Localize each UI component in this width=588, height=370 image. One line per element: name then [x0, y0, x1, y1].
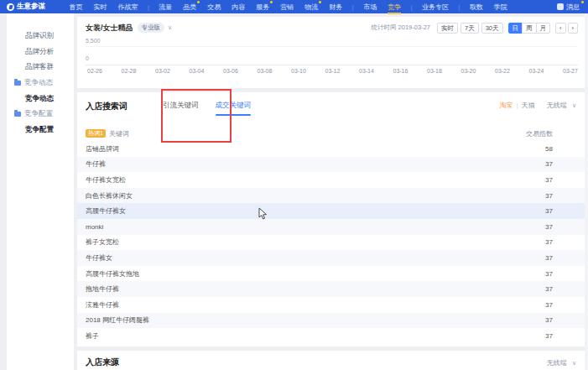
granularity-周[interactable]: 周	[522, 23, 537, 34]
chevron-down-icon: ∨	[572, 360, 576, 366]
next-date-button[interactable]: ›	[568, 23, 579, 34]
version-badge: 专业版	[138, 23, 165, 33]
notification-dot	[581, 1, 584, 3]
search-words-card: 入店搜索词 引流关键词成交关键词 淘宝|天猫 无线端 ∨ 热词1 关键词 交易指…	[77, 92, 585, 347]
value-cell: 37	[545, 176, 553, 184]
table-row[interactable]: 牛仔裤37	[77, 157, 585, 173]
table-row[interactable]: 店铺品牌词58	[77, 141, 585, 157]
navbar-item-作战室[interactable]: 作战室	[118, 3, 138, 12]
chevron-down-icon: ∨	[572, 102, 576, 108]
table-row[interactable]: 裤子37	[77, 328, 585, 344]
table-row[interactable]: 高腰牛仔裤女拖地37	[77, 266, 585, 282]
x-tick-label: 03-16	[393, 68, 408, 74]
range-button-30天[interactable]: 30天	[481, 23, 503, 34]
sidebar-item-竞争动态[interactable]: 竞争动态	[7, 76, 74, 91]
table-row[interactable]: monki37	[77, 219, 585, 235]
keyword-cell: 2018 网红牛仔阔腿裤	[86, 315, 149, 325]
section-title: 入店来源	[86, 357, 119, 368]
granularity-日[interactable]: 日	[508, 23, 523, 34]
navbar-item-交易[interactable]: 交易	[207, 3, 221, 12]
x-tick-label: 03-10	[291, 68, 306, 74]
navbar-item-流量[interactable]: 流量	[159, 3, 172, 12]
keyword-table: 店铺品牌词58牛仔裤37牛仔裤女宽松37白色长裤休闲女37高腰牛仔裤女37mon…	[77, 141, 585, 344]
table-row[interactable]: 高腰牛仔裤女37	[77, 203, 585, 219]
keyword-cell: 店铺品牌词	[86, 144, 119, 154]
app-logo-icon	[7, 3, 14, 11]
x-tick-label: 03-06	[223, 68, 238, 74]
x-axis-line	[86, 65, 578, 65]
sidebar-item-竞争配置[interactable]: 竞争配置	[7, 122, 74, 138]
sidebar-item-竞争动态[interactable]: 竞争动态	[7, 91, 74, 107]
trend-controls: 统计时间 2019-03-27 实时7天30天 日周月 ‹ ›	[372, 23, 578, 34]
folder-icon	[14, 81, 21, 86]
navbar-item-营销[interactable]: 营销	[280, 3, 294, 12]
platform-filter: 淘宝|天猫 无线端 ∨	[500, 101, 576, 110]
navbar-item-品类[interactable]: 品类	[183, 3, 196, 12]
keyword-cell: monki	[86, 223, 103, 231]
x-tick-label: 03-27	[563, 68, 578, 74]
navbar-divider: |	[352, 4, 354, 10]
navbar-user[interactable]: 消息	[557, 3, 580, 12]
table-row[interactable]: 泫雅牛仔裤37	[77, 297, 585, 313]
mouse-cursor	[258, 207, 268, 224]
granularity-segment: 日周月	[508, 23, 551, 34]
table-row[interactable]: 牛仔裤女37	[77, 250, 585, 266]
table-row[interactable]: 白色长裤休闲女37	[77, 188, 585, 204]
granularity-月[interactable]: 月	[536, 23, 551, 34]
navbar-item-首页[interactable]: 首页	[70, 3, 83, 12]
user-label: 消息	[566, 3, 580, 12]
value-cell: 37	[545, 285, 553, 293]
sidebar-item-label: 竞争配置	[25, 125, 54, 135]
navbar-item-财务[interactable]: 财务	[329, 3, 342, 12]
platform-天猫[interactable]: 天猫	[522, 101, 535, 110]
keyword-column-header: 关键词	[109, 129, 129, 138]
table-row[interactable]: 拖地牛仔裤37	[77, 281, 585, 297]
navbar-item-学院[interactable]: 学院	[494, 3, 507, 12]
scrollbar-track[interactable]	[585, 13, 588, 370]
trend-card: 女装/女士精品 专业版 ∨ 统计时间 2019-03-27 实时7天30天 日周…	[77, 17, 585, 88]
platform-淘宝[interactable]: 淘宝	[500, 101, 513, 110]
table-row[interactable]: 裤子女宽松37	[77, 235, 585, 251]
range-button-7天[interactable]: 7天	[461, 23, 479, 34]
navbar-divider: |	[458, 4, 460, 10]
value-cell: 37	[545, 332, 553, 340]
sidebar-item-品牌客群[interactable]: 品牌客群	[7, 60, 74, 76]
navbar-item-取数[interactable]: 取数	[470, 3, 483, 12]
navbar-item-业务专区[interactable]: 业务专区	[422, 3, 449, 12]
keyword-cell: 泫雅牛仔裤	[86, 300, 119, 310]
sidebar-item-品牌识别[interactable]: 品牌识别	[7, 29, 74, 44]
value-cell: 37	[545, 301, 553, 309]
value-cell: 37	[545, 192, 553, 200]
device-select[interactable]: 无线端 ∨	[547, 101, 576, 110]
sidebar-item-竞争配置[interactable]: 竞争配置	[7, 107, 74, 122]
x-tick-label: 03-18	[427, 68, 442, 74]
keyword-cell: 白色长裤休闲女	[86, 191, 133, 201]
keyword-cell: 裤子	[86, 331, 99, 341]
navbar-menu: 首页实时作战室|流量品类交易内容服务营销物流财务|市场竞争|业务专区|取数学院	[64, 3, 513, 12]
app-brand[interactable]: 生意参谋	[7, 2, 45, 12]
notification-dot	[319, 1, 321, 3]
sidebar-item-品牌分析[interactable]: 品牌分析	[7, 44, 74, 60]
sidebar-item-label: 品牌识别	[25, 31, 54, 41]
navbar-item-物流[interactable]: 物流	[304, 3, 318, 12]
navbar-item-实时[interactable]: 实时	[94, 3, 107, 12]
table-row[interactable]: 牛仔裤女宽松37	[77, 172, 585, 188]
gridline	[86, 46, 578, 47]
value-cell: 37	[545, 238, 553, 246]
value-column-header[interactable]: 交易指数	[526, 129, 576, 138]
y-axis-min-label: 0	[86, 55, 89, 61]
range-button-实时[interactable]: 实时	[437, 23, 458, 34]
navbar-item-内容[interactable]: 内容	[232, 3, 245, 12]
navbar-item-竞争[interactable]: 竞争	[388, 3, 401, 12]
prev-date-button[interactable]: ‹	[555, 23, 566, 34]
navbar-item-市场[interactable]: 市场	[363, 3, 377, 12]
sidebar: 品牌识别品牌分析品牌客群竞争动态竞争动态竞争配置竞争配置	[7, 13, 74, 370]
chevron-down-icon[interactable]: ∨	[168, 24, 172, 31]
x-tick-label: 03-04	[190, 68, 205, 74]
keyword-cell: 拖地牛仔裤	[86, 284, 119, 294]
table-row[interactable]: 2018 网红牛仔阔腿裤37	[77, 313, 585, 329]
navbar-item-服务[interactable]: 服务	[256, 3, 269, 12]
device-select[interactable]: 无线端 ∨	[547, 358, 576, 367]
section-title: 入店搜索词	[86, 101, 127, 112]
folder-icon	[14, 112, 21, 117]
